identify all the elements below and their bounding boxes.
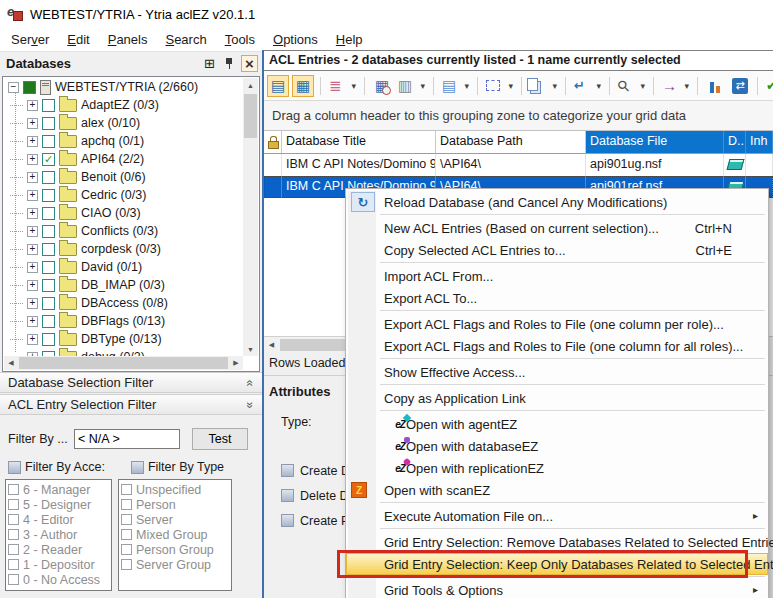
context-menu-item[interactable]: Export ACL To... (346, 287, 768, 309)
menubar-item[interactable]: Search (156, 29, 215, 50)
tree-checkbox[interactable] (42, 279, 55, 292)
tree-checkbox[interactable] (23, 81, 36, 94)
tree-checkbox[interactable] (42, 297, 55, 310)
entry-type-option[interactable]: Mixed Group (121, 527, 231, 542)
tree-checkbox[interactable] (42, 189, 55, 202)
access-level-option[interactable]: 5 - Designer (8, 497, 111, 512)
columns-icon[interactable] (396, 75, 427, 97)
context-menu-item[interactable]: Import ACL From... (346, 265, 768, 287)
dock-icon[interactable] (201, 55, 218, 72)
collapse-expander-icon[interactable] (8, 82, 19, 93)
tree-item-label[interactable]: DB_IMAP (0/3) (81, 278, 165, 292)
tree-item-label[interactable]: DBAccess (0/8) (81, 296, 168, 310)
grid-row[interactable]: IBM C API Notes/Domino 9 \API64\ api901u… (264, 154, 773, 176)
menubar-item[interactable]: Tools (216, 29, 264, 50)
database-selection-filter-header[interactable]: Database Selection Filter (0, 372, 262, 393)
expand-icon[interactable] (27, 316, 38, 327)
context-menu-item[interactable]: Export ACL Flags and Roles to File (one … (346, 313, 768, 335)
grouping-zone[interactable]: Drag a column header to this grouping zo… (264, 101, 773, 131)
scrollbar-thumb[interactable] (19, 357, 228, 369)
checkbox-icon[interactable] (8, 514, 19, 525)
tree-item-label[interactable]: apchq (0/1) (81, 134, 144, 148)
checkbox-icon[interactable] (8, 499, 19, 510)
expand-icon[interactable] (27, 154, 38, 165)
tree-item-label[interactable]: DBType (0/13) (81, 332, 162, 346)
tree-item[interactable]: AdaptEZ (0/3) (4, 96, 243, 114)
expand-icon[interactable] (27, 208, 38, 219)
access-level-option[interactable]: 4 - Editor (8, 512, 111, 527)
context-menu-item[interactable]: Open with agentEZ (346, 413, 768, 435)
test-button[interactable]: Test (192, 428, 248, 450)
checkbox-icon[interactable] (8, 484, 19, 495)
context-menu-item[interactable]: Reload Database (and Cancel Any Modifica… (346, 191, 768, 213)
tree-checkbox[interactable] (42, 171, 55, 184)
context-menu-item[interactable]: Export ACL Flags and Roles to File (one … (346, 335, 768, 357)
collapse-chevron-icon[interactable] (247, 376, 254, 390)
checkbox-icon[interactable] (121, 499, 132, 510)
expand-icon[interactable] (27, 226, 38, 237)
expand-icon[interactable] (27, 118, 38, 129)
expand-icon[interactable] (27, 244, 38, 255)
tree-item[interactable]: alex (0/10) (4, 114, 243, 132)
context-menu-item[interactable]: Open with scanEZ (346, 479, 768, 501)
column-inh[interactable]: Inh (746, 131, 773, 153)
tree-item-label[interactable]: AdaptEZ (0/3) (81, 98, 159, 112)
tree-item[interactable]: API64 (2/2) (4, 150, 243, 168)
tree-item-label[interactable]: Benoit (0/6) (81, 170, 146, 184)
checkbox-icon[interactable] (8, 574, 19, 585)
access-level-option[interactable]: 1 - Depositor (8, 557, 111, 572)
checkbox-icon[interactable] (8, 529, 19, 540)
tree-item[interactable]: DBFlags (0/13) (4, 312, 243, 330)
context-menu-item[interactable]: Open with replicationEZ (346, 457, 768, 479)
column-d[interactable]: D.. (724, 131, 746, 153)
tree-checkbox[interactable] (42, 243, 55, 256)
tree-item-server-root[interactable]: WEBTEST/YTRIA (2/660) (4, 78, 243, 96)
tree-item-label[interactable]: Cedric (0/3) (81, 188, 146, 202)
access-level-option[interactable]: 6 - Manager (8, 482, 111, 497)
sync-icon[interactable] (729, 75, 751, 97)
tree-checkbox[interactable] (42, 99, 55, 112)
scroll-down-icon[interactable]: ▼ (243, 342, 258, 356)
tree-item[interactable]: debug (0/2) (4, 348, 243, 356)
menubar-item[interactable]: Server (2, 29, 58, 50)
search-icon[interactable] (616, 75, 647, 97)
tree-checkbox[interactable] (42, 207, 55, 220)
insert-rows-icon[interactable] (572, 75, 603, 97)
entry-type-option[interactable]: Person (121, 497, 231, 512)
scroll-up-icon[interactable]: ▲ (243, 78, 258, 92)
context-menu-item[interactable]: Copy Selected ACL Entries to... Ctrl+E (346, 239, 768, 261)
tree-item[interactable]: CIAO (0/3) (4, 204, 243, 222)
tree-checkbox[interactable] (42, 333, 55, 346)
context-menu-item[interactable]: Show Effective Access... (346, 361, 768, 383)
expand-icon[interactable] (27, 298, 38, 309)
checkbox-icon[interactable] (8, 559, 19, 570)
table-refresh-icon[interactable] (371, 75, 393, 97)
context-menu-item[interactable]: New ACL Entries (Based on current select… (346, 217, 768, 239)
menubar-item[interactable]: Help (327, 29, 372, 50)
tree-item-label[interactable]: API64 (2/2) (81, 152, 144, 166)
menubar-item[interactable]: Edit (58, 29, 98, 50)
scrollbar-thumb[interactable] (244, 94, 257, 138)
pin-icon[interactable] (221, 55, 238, 72)
menubar-item[interactable]: Options (264, 29, 327, 50)
tree-item[interactable]: corpdesk (0/3) (4, 240, 243, 258)
tree-item[interactable]: David (0/1) (4, 258, 243, 276)
context-menu-item[interactable]: Execute Automation File on... (346, 505, 768, 527)
tree-item[interactable]: DB_IMAP (0/3) (4, 276, 243, 294)
tree-item[interactable]: Benoit (0/6) (4, 168, 243, 186)
access-level-option[interactable]: 3 - Author (8, 527, 111, 542)
expand-icon[interactable] (27, 334, 38, 345)
tree-item-label[interactable]: alex (0/10) (81, 116, 140, 130)
row-visibility-icon[interactable] (440, 75, 471, 97)
export-icon[interactable] (660, 75, 691, 97)
context-menu-item[interactable]: Grid Entry Selection: Keep Only Database… (346, 553, 768, 575)
entry-type-option[interactable]: Server Group (121, 557, 231, 572)
filter-value-input[interactable] (74, 429, 180, 449)
checkbox-icon[interactable] (121, 529, 132, 540)
context-menu-item[interactable]: Grid Tools & Options (346, 579, 768, 598)
acl-entry-selection-filter-header[interactable]: ACL Entry Selection Filter (0, 394, 262, 415)
entry-type-option[interactable]: Unspecified (121, 482, 231, 497)
close-icon[interactable] (241, 55, 258, 72)
tree-item[interactable]: DBAccess (0/8) (4, 294, 243, 312)
menubar-item[interactable]: Panels (99, 29, 157, 50)
